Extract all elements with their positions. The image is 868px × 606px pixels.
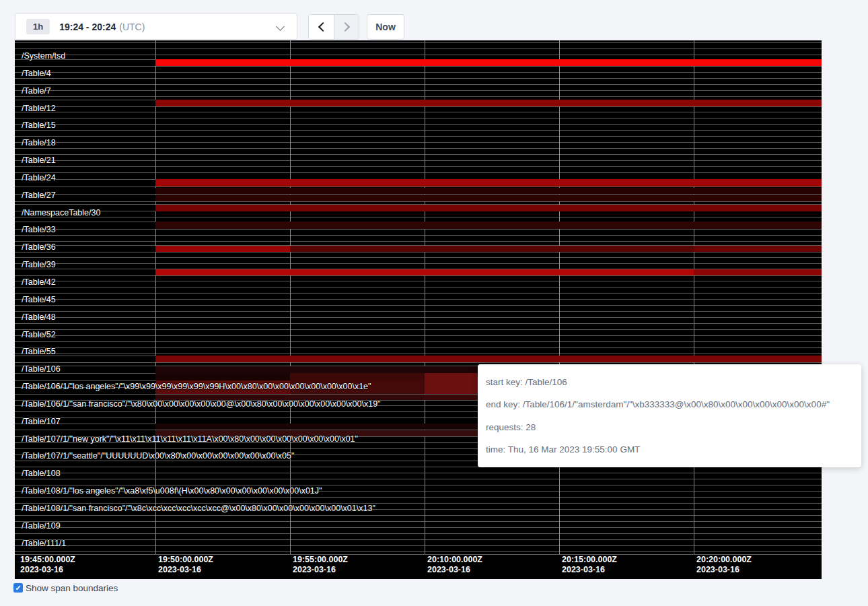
show-span-boundaries-label: Show span boundaries — [26, 583, 118, 594]
span-boundary-line — [15, 235, 822, 236]
time-range-select[interactable]: 1h 19:24 - 20:24 (UTC) — [15, 13, 297, 40]
chevron-left-icon — [318, 22, 327, 32]
row-label: /Table/12 — [22, 104, 56, 113]
footer-controls: ✓ Show span boundaries — [13, 583, 118, 594]
span-boundary-line — [15, 84, 822, 85]
span-boundary-line — [15, 136, 822, 137]
span-boundary-line — [15, 533, 822, 534]
row-label: /Table/27 — [22, 191, 56, 200]
time-axis-label: 20:10:00.000Z2023-03-16 — [427, 555, 482, 575]
row-label: /Table/55 — [22, 347, 56, 356]
show-span-boundaries-checkbox[interactable]: ✓ — [13, 583, 23, 593]
span-boundary-line — [15, 160, 822, 161]
span-boundary-line — [15, 275, 822, 276]
row-label: /NamespaceTable/30 — [22, 208, 100, 217]
span-heat-band[interactable] — [155, 373, 290, 380]
chevron-right-icon — [340, 22, 350, 32]
span-boundary-line — [15, 42, 822, 43]
span-boundary-line — [15, 479, 822, 479]
row-label: /Table/7 — [22, 86, 51, 96]
span-boundary-line — [15, 305, 822, 306]
span-boundary-line — [15, 329, 822, 330]
span-boundary-line — [15, 96, 822, 97]
chevron-down-icon — [276, 22, 285, 31]
row-label: /Table/109 — [22, 521, 61, 531]
span-heat-band[interactable] — [155, 222, 822, 229]
row-label: /Table/106/1/"san francisco"/"\x80\x00\x… — [22, 399, 381, 409]
prev-time-button[interactable] — [309, 15, 334, 39]
span-boundary-line — [15, 323, 822, 324]
span-heat-band[interactable] — [155, 356, 822, 362]
tooltip-start-key: start key: /Table/106 — [486, 377, 853, 387]
span-boundary-line — [15, 311, 822, 312]
now-button[interactable]: Now — [367, 14, 404, 40]
row-label: /Table/108/1/"los angeles"/"\xa8\xf5\u00… — [22, 486, 322, 496]
span-boundary-line — [15, 106, 822, 107]
span-boundary-line — [15, 142, 822, 143]
time-gridline — [155, 40, 156, 554]
span-heat-band[interactable] — [155, 179, 822, 187]
time-axis-label: 19:50:00.000Z2023-03-16 — [158, 555, 213, 575]
span-boundary-line — [15, 341, 822, 342]
span-boundary-line — [15, 545, 822, 546]
span-boundary-line — [15, 55, 822, 55]
time-gridline — [694, 40, 694, 554]
span-boundary-line — [15, 252, 822, 252]
span-boundary-line — [15, 124, 822, 125]
span-heat-band[interactable] — [155, 100, 822, 106]
tooltip-requests: requests: 28 — [486, 422, 853, 432]
span-boundary-line — [15, 281, 822, 281]
tooltip-end-key: end key: /Table/106/1/"amsterdam"/"\xb33… — [486, 399, 853, 409]
span-boundary-line — [15, 362, 822, 363]
span-boundary-line — [15, 148, 822, 149]
time-axis-label: 19:55:00.000Z2023-03-16 — [293, 555, 348, 575]
row-label: /Table/33 — [22, 225, 56, 234]
row-label: /Table/108/1/"san francisco"/"\x8c\xcc\x… — [22, 504, 375, 513]
row-label: /Table/108 — [22, 469, 61, 478]
row-label: /Table/4 — [22, 69, 51, 78]
row-label: /Table/107 — [22, 417, 61, 426]
span-boundary-line — [15, 539, 822, 540]
span-heat-band[interactable] — [155, 59, 822, 66]
span-heat-band[interactable] — [155, 246, 290, 252]
span-boundary-line — [15, 130, 822, 131]
span-boundary-line — [15, 257, 822, 258]
span-boundary-line — [15, 217, 822, 217]
row-label: /Table/39 — [22, 260, 56, 269]
time-range-label: 19:24 - 20:24 — [59, 22, 116, 32]
span-boundary-line — [15, 497, 822, 498]
row-label: /Table/107/1/"seattle"/"UUUUUUD\x00\x80\… — [22, 451, 294, 461]
span-boundary-line — [15, 48, 822, 49]
span-heat-band[interactable] — [290, 373, 425, 380]
span-boundary-line — [15, 515, 822, 516]
time-axis-label: 19:45:00.000Z2023-03-16 — [20, 555, 75, 575]
span-heat-band[interactable] — [155, 269, 694, 275]
row-label: /Table/42 — [22, 277, 56, 287]
next-time-button[interactable] — [334, 15, 359, 39]
key-visualizer-heatmap[interactable]: /System/tsd/Table/4/Table/7/Table/12/Tab… — [15, 40, 822, 579]
span-boundary-line — [15, 354, 822, 354]
span-heat-band[interactable] — [290, 246, 694, 252]
row-label: /Table/24 — [22, 173, 56, 182]
span-boundary-line — [15, 172, 822, 173]
row-label: /Table/106 — [22, 364, 61, 374]
span-heat-band[interactable] — [155, 188, 822, 195]
row-label: /Table/45 — [22, 295, 56, 304]
span-boundary-line — [15, 263, 822, 264]
span-boundary-line — [15, 485, 822, 485]
span-heat-band[interactable] — [694, 246, 822, 252]
row-label: /System/tsd — [22, 51, 65, 61]
time-gridline — [559, 40, 560, 554]
span-boundary-line — [15, 201, 822, 202]
span-boundary-line — [15, 347, 822, 348]
span-boundary-line — [15, 551, 822, 552]
span-heat-band[interactable] — [155, 195, 822, 201]
span-boundary-line — [15, 241, 822, 242]
span-boundary-line — [15, 66, 822, 67]
span-boundary-line — [15, 229, 822, 230]
span-boundary-line — [15, 521, 822, 522]
span-heat-band[interactable] — [694, 269, 822, 275]
time-gridline — [290, 40, 291, 554]
span-heat-band[interactable] — [155, 205, 822, 211]
span-boundary-line — [15, 527, 822, 528]
